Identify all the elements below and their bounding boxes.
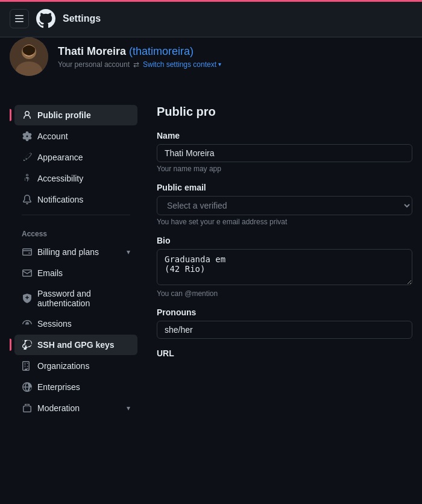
globe-icon (22, 382, 33, 392)
sidebar-label-public-profile: Public profile (37, 110, 91, 120)
sidebar-label-sessions: Sessions (37, 319, 72, 329)
email-select[interactable]: Select a verified (157, 196, 412, 215)
org-icon (22, 361, 33, 371)
profile-display-name: Thati Moreira (thatimoreira) (58, 45, 412, 58)
sidebar-label-billing: Billing and plans (37, 247, 99, 257)
profile-info: Thati Moreira (thatimoreira) Your person… (58, 45, 412, 69)
sidebar-item-moderation[interactable]: Moderation ▾ (14, 398, 137, 418)
sidebar-item-notifications[interactable]: Notifications (14, 189, 137, 210)
pronouns-input[interactable] (157, 321, 412, 339)
sidebar: Public profile Account Appearance (10, 105, 142, 419)
sidebar-item-password-auth[interactable]: Password and authentication (14, 284, 137, 313)
sidebar-item-accessibility[interactable]: Accessibility (14, 168, 137, 189)
sidebar-item-enterprises[interactable]: Enterprises (14, 377, 137, 397)
sidebar-item-account[interactable]: Account (14, 126, 137, 146)
email-hint: You have set your e email address privat (157, 218, 412, 226)
url-label: URL (157, 348, 412, 358)
sidebar-label-enterprises: Enterprises (37, 382, 80, 392)
bio-label: Bio (157, 236, 412, 245)
github-logo-icon (36, 9, 55, 28)
sidebar-item-appearance[interactable]: Appearance (14, 147, 137, 168)
sidebar-label-accessibility: Accessibility (37, 174, 83, 183)
pronouns-label: Pronouns (157, 307, 412, 317)
sidebar-label-notifications: Notifications (37, 195, 83, 204)
sidebar-item-organizations[interactable]: Organizations (14, 356, 137, 376)
chevron-down-icon-moderation: ▾ (127, 404, 130, 412)
nav-divider (22, 215, 130, 215)
sidebar-item-public-profile[interactable]: Public profile (14, 105, 137, 125)
sidebar-label-ssh-gpg: SSH and GPG keys (37, 340, 115, 350)
bio-hint: You can @mention (157, 289, 412, 298)
person-icon (22, 110, 33, 121)
sidebar-item-ssh-gpg[interactable]: SSH and GPG keys (14, 335, 137, 355)
chevron-down-icon: ▾ (127, 248, 130, 256)
chevron-down-icon: ▾ (218, 61, 221, 68)
name-field-group: Name Your name may app (157, 131, 412, 173)
card-icon (22, 247, 33, 257)
email-field-group: Public email Select a verified You have … (157, 183, 412, 226)
access-section-label: Access (14, 220, 137, 242)
sidebar-label-account: Account (37, 131, 68, 141)
switch-context-label: Switch settings context (143, 60, 216, 69)
mail-icon (22, 268, 33, 279)
topbar: Settings (0, 0, 422, 37)
gear-icon (22, 131, 33, 142)
pronouns-field-group: Pronouns (157, 307, 412, 339)
email-label: Public email (157, 183, 412, 192)
key-icon (22, 339, 33, 350)
sidebar-label-emails: Emails (37, 268, 63, 278)
topbar-title: Settings (63, 13, 101, 24)
avatar-image (10, 37, 48, 76)
switch-context-link[interactable]: Switch settings context ▾ (143, 60, 221, 69)
main-layout: Public profile Account Appearance (0, 90, 422, 433)
sidebar-item-sessions[interactable]: Sessions (14, 313, 137, 334)
accessibility-icon (22, 173, 33, 184)
name-hint: Your name may app (157, 165, 412, 173)
personal-account-label: Your personal account (58, 60, 130, 69)
sidebar-item-emails[interactable]: Emails (14, 263, 137, 283)
name-input[interactable] (157, 144, 412, 162)
profile-header: Thati Moreira (thatimoreira) Your person… (0, 37, 422, 90)
bio-textarea[interactable]: Graduanda em (42 Rio) (157, 249, 412, 285)
profile-subtitle: Your personal account ⇄ Switch settings … (58, 60, 412, 69)
name-label: Name (157, 131, 412, 140)
broadcast-icon (22, 318, 33, 329)
bell-icon (22, 194, 33, 205)
sidebar-label-password-auth: Password and authentication (37, 289, 130, 308)
paintbrush-icon (22, 152, 33, 163)
moderation-icon (22, 403, 33, 414)
content-panel: Public pro Name Your name may app Public… (142, 105, 412, 419)
shield-icon (22, 293, 33, 304)
hamburger-button[interactable] (10, 9, 29, 28)
sidebar-label-organizations: Organizations (37, 361, 89, 371)
sidebar-item-billing[interactable]: Billing and plans ▾ (14, 242, 137, 262)
sidebar-label-appearance: Appearance (37, 153, 83, 162)
sidebar-label-moderation: Moderation (37, 403, 80, 413)
bio-field-group: Bio Graduanda em (42 Rio) You can @menti… (157, 236, 412, 298)
content-title: Public pro (157, 105, 412, 119)
profile-username: (thatimoreira) (129, 45, 194, 57)
avatar (10, 37, 48, 76)
